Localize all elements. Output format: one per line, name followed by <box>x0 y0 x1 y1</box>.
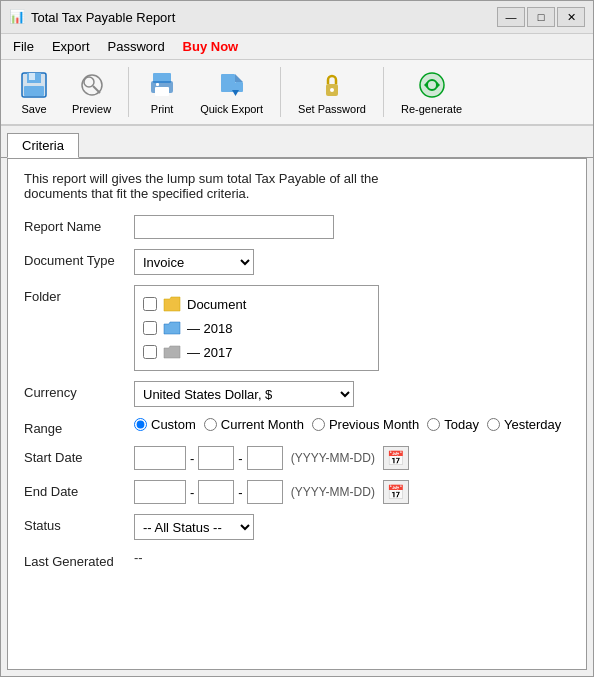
range-yesterday-radio[interactable] <box>487 418 500 431</box>
range-yesterday-label[interactable]: Yesterday <box>487 417 561 432</box>
start-date-month[interactable] <box>198 446 234 470</box>
print-icon <box>146 69 178 101</box>
folder-icon-document <box>163 295 181 313</box>
last-generated-row: Last Generated -- <box>24 550 570 569</box>
end-date-calendar-button[interactable]: 📅 <box>383 480 409 504</box>
preview-button[interactable]: Preview <box>63 64 120 120</box>
start-date-inputs: - - (YYYY-MM-DD) 📅 <box>134 446 570 470</box>
status-label: Status <box>24 514 134 533</box>
quick-export-button[interactable]: Quick Export <box>191 64 272 120</box>
end-date-month[interactable] <box>198 480 234 504</box>
quick-export-label: Quick Export <box>200 103 263 115</box>
start-date-control: - - (YYYY-MM-DD) 📅 <box>134 446 570 470</box>
folder-control: Document — 2018 <box>134 285 570 371</box>
range-today-label[interactable]: Today <box>427 417 479 432</box>
svg-rect-11 <box>156 83 159 86</box>
document-type-label: Document Type <box>24 249 134 268</box>
tab-criteria[interactable]: Criteria <box>7 133 79 158</box>
start-date-sep1: - <box>190 451 194 466</box>
folder-icon-2018 <box>163 319 181 337</box>
last-generated-control: -- <box>134 550 570 565</box>
range-today-radio[interactable] <box>427 418 440 431</box>
folder-label: Folder <box>24 285 134 304</box>
set-password-label: Set Password <box>298 103 366 115</box>
menu-buy-now[interactable]: Buy Now <box>175 36 247 57</box>
save-label: Save <box>21 103 46 115</box>
svg-line-7 <box>93 86 100 93</box>
start-date-day[interactable] <box>247 446 283 470</box>
currency-control: United States Dollar, $ Euro, € British … <box>134 381 570 407</box>
re-generate-button[interactable]: Re-generate <box>392 64 471 120</box>
status-row: Status -- All Status -- Active Inactive <box>24 514 570 540</box>
range-custom-radio[interactable] <box>134 418 147 431</box>
calendar-icon-end: 📅 <box>387 484 404 500</box>
main-window: 📊 Total Tax Payable Report — □ ✕ File Ex… <box>0 0 594 677</box>
status-control: -- All Status -- Active Inactive <box>134 514 570 540</box>
folder-checkbox-2018[interactable] <box>143 321 157 335</box>
range-control: Custom Current Month Previous Month Toda… <box>134 417 570 432</box>
currency-label: Currency <box>24 381 134 400</box>
start-date-label: Start Date <box>24 446 134 465</box>
report-name-control <box>134 215 570 239</box>
end-date-day[interactable] <box>247 480 283 504</box>
range-previous-month-radio[interactable] <box>312 418 325 431</box>
maximize-button[interactable]: □ <box>527 7 555 27</box>
report-name-label: Report Name <box>24 215 134 234</box>
report-name-row: Report Name <box>24 215 570 239</box>
close-button[interactable]: ✕ <box>557 7 585 27</box>
save-icon <box>18 69 50 101</box>
report-name-input[interactable] <box>134 215 334 239</box>
menu-password[interactable]: Password <box>100 36 173 57</box>
folder-checkbox-2017[interactable] <box>143 345 157 359</box>
menu-file[interactable]: File <box>5 36 42 57</box>
folder-checkbox-document[interactable] <box>143 297 157 311</box>
start-date-calendar-button[interactable]: 📅 <box>383 446 409 470</box>
end-date-row: End Date - - (YYYY-MM-DD) 📅 <box>24 480 570 504</box>
range-current-month-label[interactable]: Current Month <box>204 417 304 432</box>
status-select[interactable]: -- All Status -- Active Inactive <box>134 514 254 540</box>
document-type-select[interactable]: Invoice Credit Note Debit Note <box>134 249 254 275</box>
svg-rect-3 <box>29 73 35 80</box>
folder-item-document: Document <box>141 292 372 316</box>
svg-marker-15 <box>232 90 239 96</box>
start-date-row: Start Date - - (YYYY-MM-DD) 📅 <box>24 446 570 470</box>
print-button[interactable]: Print <box>137 64 187 120</box>
end-date-sep1: - <box>190 485 194 500</box>
preview-label: Preview <box>72 103 111 115</box>
quick-export-icon <box>216 69 248 101</box>
range-label: Range <box>24 417 134 436</box>
end-date-hint: (YYYY-MM-DD) <box>291 485 375 499</box>
range-custom-text: Custom <box>151 417 196 432</box>
end-date-year[interactable] <box>134 480 186 504</box>
folder-row: Folder Document <box>24 285 570 371</box>
menu-bar: File Export Password Buy Now <box>1 34 593 60</box>
re-generate-icon <box>416 69 448 101</box>
save-button[interactable]: Save <box>9 64 59 120</box>
svg-marker-13 <box>235 74 243 82</box>
menu-export[interactable]: Export <box>44 36 98 57</box>
end-date-control: - - (YYYY-MM-DD) 📅 <box>134 480 570 504</box>
app-icon: 📊 <box>9 9 25 25</box>
minimize-button[interactable]: — <box>497 7 525 27</box>
set-password-icon <box>316 69 348 101</box>
description-text: This report will gives the lump sum tota… <box>24 171 424 201</box>
range-current-month-radio[interactable] <box>204 418 217 431</box>
folder-label-2018: — 2018 <box>187 321 233 336</box>
svg-rect-10 <box>155 87 169 96</box>
range-custom-label[interactable]: Custom <box>134 417 196 432</box>
range-today-text: Today <box>444 417 479 432</box>
start-date-sep2: - <box>238 451 242 466</box>
set-password-button[interactable]: Set Password <box>289 64 375 120</box>
folder-label-2017: — 2017 <box>187 345 233 360</box>
window-title: Total Tax Payable Report <box>31 10 175 25</box>
folder-box: Document — 2018 <box>134 285 379 371</box>
range-options: Custom Current Month Previous Month Toda… <box>134 417 570 432</box>
currency-row: Currency United States Dollar, $ Euro, €… <box>24 381 570 407</box>
last-generated-value: -- <box>134 550 143 565</box>
folder-label-document: Document <box>187 297 246 312</box>
folder-item-2017: — 2017 <box>141 340 372 364</box>
currency-select[interactable]: United States Dollar, $ Euro, € British … <box>134 381 354 407</box>
range-previous-month-label[interactable]: Previous Month <box>312 417 419 432</box>
start-date-year[interactable] <box>134 446 186 470</box>
end-date-sep2: - <box>238 485 242 500</box>
